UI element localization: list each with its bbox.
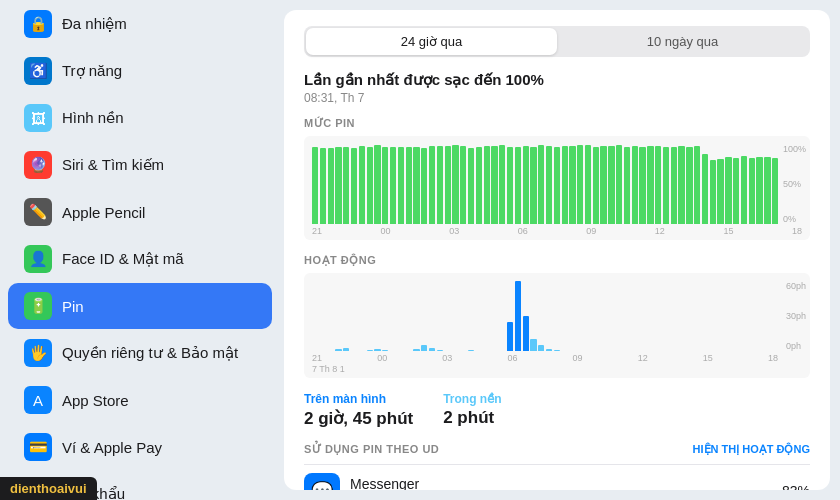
battery-y-labels: 100% 50% 0%	[783, 144, 806, 224]
sidebar-item-label-battery: Pin	[62, 298, 84, 315]
battery-bar	[686, 147, 692, 224]
battery-bar	[530, 147, 536, 224]
activity-bar	[413, 349, 419, 351]
sidebar-item-label-privacy: Đa nhiệm	[62, 15, 127, 33]
battery-bar	[335, 147, 341, 224]
sidebar-item-label-wallpaper: Hình nền	[62, 109, 124, 127]
battery-bar	[382, 147, 388, 224]
battery-bar	[468, 148, 474, 224]
battery-bar	[710, 160, 716, 224]
sidebar-item-appstore[interactable]: AApp Store	[8, 377, 272, 423]
activity-bar	[546, 349, 552, 351]
screen-bg-item: Trong nền 2 phút	[443, 392, 501, 429]
sidebar-item-privacy2[interactable]: 🖐Quyền riêng tư & Bảo mật	[8, 330, 272, 376]
sidebar-item-siri[interactable]: 🔮Siri & Tìm kiếm	[8, 142, 272, 188]
battery-bar	[429, 146, 435, 224]
battery-bar	[772, 158, 778, 224]
battery-chart-container: 100% 50% 0% 2100030609121518	[304, 136, 810, 240]
activity-date-label: 7 Th 8 1	[312, 364, 802, 374]
battery-bar	[655, 146, 661, 224]
screen-on-value: 2 giờ, 45 phút	[304, 408, 413, 429]
battery-bar	[624, 147, 630, 224]
activity-bar	[437, 350, 443, 351]
accessibility-icon: ♿	[24, 57, 52, 85]
activity-section-label: HOẠT ĐỘNG	[304, 254, 810, 267]
sidebar-item-label-wallet: Ví & Apple Pay	[62, 439, 162, 456]
battery-bar	[577, 145, 583, 224]
battery-bar	[452, 145, 458, 224]
battery-bar	[491, 146, 497, 224]
activity-bar	[530, 339, 536, 351]
battery-bar	[585, 145, 591, 224]
battery-bar	[476, 147, 482, 224]
activity-chart	[312, 281, 802, 351]
battery-bar	[374, 145, 380, 224]
faceid-icon: 👤	[24, 245, 52, 273]
battery-bar	[421, 148, 427, 224]
battery-bar	[460, 146, 466, 224]
battery-bar	[351, 148, 357, 224]
battery-bar	[538, 145, 544, 224]
battery-bar	[554, 147, 560, 224]
battery-bar	[694, 146, 700, 224]
activity-bar	[429, 348, 435, 352]
battery-bar	[390, 147, 396, 224]
app-usage-list: 💬MessengerThông báo83%🐭Vương Quốc Chuột …	[304, 464, 810, 490]
sidebar-item-faceid[interactable]: 👤Face ID & Mật mã	[8, 236, 272, 282]
battery-bar	[413, 147, 419, 224]
sidebar-item-wallpaper[interactable]: 🖼Hình nền	[8, 95, 272, 141]
battery-bar	[756, 157, 762, 224]
battery-chart	[312, 144, 802, 224]
activity-bar	[515, 281, 521, 351]
sidebar-item-privacy[interactable]: 🔒Đa nhiệm	[8, 1, 272, 47]
screen-time-row: Trên màn hình 2 giờ, 45 phút Trong nền 2…	[304, 392, 810, 429]
battery-bar	[749, 158, 755, 224]
activity-bar	[538, 345, 544, 351]
sidebar-item-wallet[interactable]: 💳Ví & Apple Pay	[8, 424, 272, 470]
activity-bar	[468, 350, 474, 351]
sidebar-item-accessibility[interactable]: ♿Trợ năng	[8, 48, 272, 94]
battery-bar	[367, 147, 373, 224]
usage-action-link[interactable]: HIỆN THỊ HOẠT ĐỘNG	[693, 443, 810, 456]
battery-bar	[515, 147, 521, 224]
activity-bar	[507, 322, 513, 351]
activity-bar	[523, 316, 529, 351]
sidebar: 🔒Đa nhiệm♿Trợ năng🖼Hình nền🔮Siri & Tìm k…	[0, 0, 280, 500]
sidebar-item-label-pencil: Apple Pencil	[62, 204, 145, 221]
battery-bar	[702, 154, 708, 225]
battery-bar	[678, 146, 684, 224]
tab-24h[interactable]: 24 giờ qua	[306, 28, 557, 55]
screen-bg-label: Trong nền	[443, 392, 501, 406]
battery-bar	[639, 147, 645, 224]
battery-bar	[328, 148, 334, 224]
app-usage-row: 💬MessengerThông báo83%	[304, 464, 810, 490]
screen: 🔒Đa nhiệm♿Trợ năng🖼Hình nền🔮Siri & Tìm k…	[0, 0, 840, 500]
battery-bar	[569, 146, 575, 224]
battery-bar	[647, 146, 653, 224]
battery-bar	[562, 146, 568, 224]
battery-bar	[600, 146, 606, 224]
wallet-icon: 💳	[24, 433, 52, 461]
screen-on-label: Trên màn hình	[304, 392, 413, 406]
battery-bar	[499, 145, 505, 224]
usage-section-label: SỬ DỤNG PIN THEO UD	[304, 443, 439, 456]
activity-y-labels: 60ph 30ph 0ph	[786, 281, 806, 351]
sidebar-item-label-faceid: Face ID & Mật mã	[62, 250, 184, 268]
sidebar-item-battery[interactable]: 🔋Pin	[8, 283, 272, 329]
pencil-icon: ✏️	[24, 198, 52, 226]
sidebar-item-pencil[interactable]: ✏️Apple Pencil	[8, 189, 272, 235]
battery-bar	[764, 157, 770, 224]
watermark: dienthoaivui	[0, 477, 97, 500]
activity-bar	[382, 350, 388, 351]
tab-10d[interactable]: 10 ngày qua	[557, 28, 808, 55]
sidebar-item-label-accessibility: Trợ năng	[62, 62, 122, 80]
battery-bar	[733, 158, 739, 224]
app-name: Messenger	[350, 476, 419, 490]
battery-bar	[320, 148, 326, 224]
activity-bar	[367, 350, 373, 351]
battery-bar	[593, 147, 599, 224]
battery-section-label: MỨC PIN	[304, 117, 810, 130]
battery-bar	[632, 146, 638, 224]
battery-bar	[445, 146, 451, 224]
appstore-icon: A	[24, 386, 52, 414]
